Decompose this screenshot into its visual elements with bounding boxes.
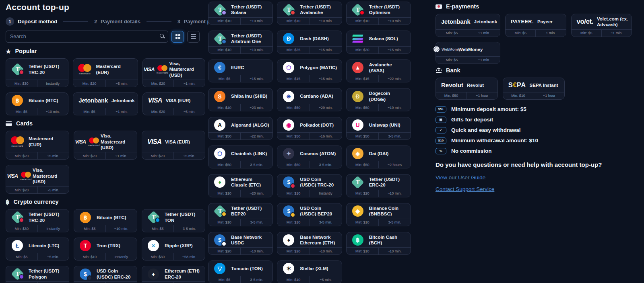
tile-name: EURC	[231, 65, 245, 70]
tile-name: Avalanche (AVAX)	[369, 62, 409, 74]
tile-tether-usdt-solana[interactable]: TTether (USDT) SolanaMin: $10~10 min.	[208, 2, 273, 25]
help-heading: Do you have questions or need help with …	[436, 160, 626, 169]
mastercard-eur-icon: mastercard	[6, 136, 29, 147]
tile-ethereum-classic-etc[interactable]: ♦Ethereum Classic (ETC)Min: $10~20 min.	[208, 174, 273, 197]
tile-tether-usdt-avalanche[interactable]: TTether (USDT) AvalancheMin: $10~10 min.	[277, 2, 342, 25]
list-view-button[interactable]	[187, 31, 200, 43]
tile-solana-sol[interactable]: Solana (SOL)Min: $20~15 min.	[346, 31, 411, 54]
section-title: Crypto currency	[14, 199, 59, 205]
tile-min-amount: Min: $50	[208, 133, 240, 139]
tile-name: Tether (USDT) Arbitrum One	[231, 33, 270, 45]
user-guide-link[interactable]: View our User Guide	[436, 174, 485, 180]
tether-usdt-optimism-icon: T	[347, 5, 369, 14]
tile-tether-usdt-trc-20[interactable]: TTether (USDT) TRC-20Min: $30Instantly	[6, 58, 68, 87]
tile-polygon-matic[interactable]: ⬡Polygon (MATIC)Min: $15~15 min.	[277, 59, 342, 83]
tile-processing-time: 3-5 min.	[173, 225, 205, 232]
tile-min-amount: Min: $5	[572, 30, 601, 37]
tile-name: Tether (USDT) Avalanche	[300, 4, 339, 16]
tile-stellar-xlm[interactable]: ✶Stellar (XLM)Min: $10~5 min.	[277, 260, 342, 283]
tile-cosmos-atom[interactable]: ✦Cosmos (ATOM)Min: $503-5 min.	[277, 146, 342, 168]
tile-cardano-ada[interactable]: ✳Cardano (ADA)Min: $50~29 min.	[277, 88, 342, 111]
epayments-grid: JetonbankJetonbankMin: $5~1 min.PAYEER.P…	[436, 14, 632, 64]
tile-base-network-ethereum-eth[interactable]: ♦Base Network Ethereum (ETH)Min: $20~10 …	[277, 232, 342, 255]
step-payment-details[interactable]: 2 Payment details	[94, 18, 140, 25]
tile-processing-time: ~5 min.	[37, 253, 69, 260]
tile-visa-mastercard-usd[interactable]: VISAmastercardVisa, Mastercard (USD)Min:…	[74, 131, 137, 160]
chainlink-link-icon: ⬡	[208, 148, 231, 159]
tile-visa-eur[interactable]: VISAVISA (EUR)Min: $20~5 min.	[142, 92, 205, 115]
tile-tron-trx[interactable]: TTron (TRX)Min: $10Instantly	[74, 238, 137, 260]
tile-litecoin-ltc[interactable]: ŁLitecoin (LTC)Min: $5~5 min.	[6, 238, 69, 260]
tile-min-amount: Min: $30	[6, 225, 37, 232]
tile-min-amount: Min: $20	[277, 248, 309, 254]
tile-uniswap-uni[interactable]: UUniswap (UNI)Min: $503-5 min.	[346, 117, 411, 140]
tile-processing-time: ~10 min.	[378, 248, 411, 254]
tile-dash-dash[interactable]: ÐDash (DASH)Min: $25~15 min.	[277, 31, 342, 54]
tile-usd-coin-usdc-bep20[interactable]: $USD Coin (USDC) BEP20Min: $103-5 min.	[277, 203, 342, 226]
gift-icon: ▣	[436, 117, 446, 123]
tile-tether-usdt-polygon[interactable]: TTether (USDT) PolygonMin: $10~10 min.	[6, 266, 69, 283]
tile-processing-time: ~1 min.	[468, 57, 500, 64]
benefit-item: ✓Quick and easy withdrawal	[436, 127, 632, 133]
tile-name: Bitcoin (BTC)	[29, 98, 59, 103]
tile-ripple-xrp[interactable]: ×Ripple (XRP)Min: $30~58 min.	[142, 238, 205, 260]
tile-shiba-inu-shib[interactable]: SShiba Inu (SHIB)Min: $40~23 min.	[208, 88, 273, 111]
tile-tether-usdt-ton[interactable]: TTether (USDT) TONMin: $53-5 min.	[142, 209, 205, 232]
tile-revolut[interactable]: RevolutRevolutMin: $50~1 hour	[436, 78, 498, 100]
tile-name: Ethereum (ETH) ERC-20	[165, 268, 203, 280]
tile-processing-time: ~10 min.	[310, 18, 342, 25]
tile-tether-usdt-arbitrum-one[interactable]: TTether (USDT) Arbitrum OneMin: $10~10 m…	[208, 31, 273, 54]
tile-polkadot-dot[interactable]: ◉Polkadot (DOT)Min: $50~16 min.	[277, 117, 342, 140]
tile-min-amount: Min: $40	[208, 104, 240, 111]
tile-visa-eur[interactable]: VISAVISA (EUR)Min: $20~5 min.	[142, 131, 205, 160]
tile-usd-coin-usdc-trc-20[interactable]: $USD Coin (USDC) TRC-20Min: $10Instantly	[277, 174, 342, 197]
tile-jetonbank[interactable]: JetonbankJetonbankMin: $5~1 min.	[436, 14, 500, 37]
tile-tether-usdt-bep20[interactable]: TTether (USDT) BEP20Min: $103-5 min.	[208, 203, 273, 226]
tile-mastercard-eur[interactable]: mastercardMastercard (EUR)Min: $20~5 min…	[6, 131, 69, 160]
tile-jetonbank[interactable]: JetonbankJetonbankMin: $5~1 min.	[73, 92, 138, 115]
tile-processing-time: ~5 min.	[173, 152, 205, 159]
tile-min-amount: Min: $20	[143, 108, 174, 115]
tile-bitcoin-btc[interactable]: ฿Bitcoin (BTC)Min: $5~10 min.	[6, 92, 68, 115]
tile-tether-usdt-trc-20[interactable]: TTether (USDT) TRC-20Min: $30Instantly	[6, 209, 69, 232]
tile-dogecoin-doge[interactable]: ÐDogecoin (DOGE)Min: $50~19 min.	[346, 88, 411, 111]
tile-mastercard-eur[interactable]: mastercardMastercard (EUR)Min: $20~5 min…	[73, 58, 138, 87]
tile-payeer[interactable]: PAYEER.PayeerMin: $51 min.	[505, 14, 566, 37]
tile-sepa-instant[interactable]: S€PASEPA InstantMin: $10~1 hour	[503, 78, 565, 100]
tile-bitcoin-btc[interactable]: ฿Bitcoin (BTC)Min: $5~10 min.	[74, 209, 137, 232]
bitcoin-btc-icon: ฿	[74, 212, 97, 223]
tile-tether-usdt-erc-20[interactable]: TTether (USDT) ERC-20Min: $20~10 min.	[346, 174, 411, 197]
tile-visa-mastercard-usd[interactable]: VISAmastercardVisa, Mastercard (USD)Min:…	[142, 58, 205, 87]
visa-mastercard-usd-icon: VISAmastercard	[74, 137, 101, 146]
tile-bitcoin-cash-bch[interactable]: ฿Bitcoin Cash (BCH)Min: $10~10 min.	[346, 232, 411, 255]
tile-eurc[interactable]: €EURCMin: $5~15 min.	[208, 59, 273, 83]
step-deposit-method[interactable]: 1 Deposit method	[6, 17, 57, 26]
support-link[interactable]: Contact Support Service	[436, 186, 494, 192]
search-field-wrap	[6, 31, 168, 43]
tile-toncoin-ton[interactable]: ▽Toncoin (TON)Min: $53-5 min.	[208, 260, 273, 283]
tile-name: Tether (USDT) Optimism	[369, 4, 409, 16]
tile-name: Jetonbank	[474, 19, 498, 25]
tile-algorand-algo[interactable]: AAlgorand (ALGO)Min: $50~22 min.	[208, 117, 273, 140]
tile-chainlink-link[interactable]: ⬡Chainlink (LINK)Min: $503-5 min.	[208, 146, 273, 168]
usd-coin-usdc-trc-20-icon: $	[277, 176, 300, 188]
tile-avalanche-avax[interactable]: ▲Avalanche (AVAX)Min: $15~22 min.	[346, 59, 411, 83]
benefit-item: $5+Minimum deposit amount: $5	[436, 106, 632, 113]
tile-visa-mastercard-usd[interactable]: VISAmastercardVisa, Mastercard (USD)Min:…	[6, 165, 69, 194]
tile-usd-coin-usdc-erc-20[interactable]: $USD Coin (USDC) ERC-20Min: $20~10 min.	[74, 266, 137, 283]
search-input[interactable]	[6, 31, 168, 43]
tile-name: Dash (DASH)	[300, 36, 330, 41]
tile-name: Dai (DAI)	[369, 151, 390, 156]
tile-volet-com-ex-advcash[interactable]: vo/et.Volet.com (ex. Advcash)Min: $5~1 m…	[571, 14, 632, 37]
tile-dai-dai[interactable]: ◈Dai (DAI)Min: $50~2 hours	[346, 146, 411, 168]
tile-webmoney[interactable]: WebMoneyWebMoneyMin: $5~1 min.	[436, 42, 500, 64]
grid-view-button[interactable]	[171, 31, 184, 43]
tile-tether-usdt-optimism[interactable]: TTether (USDT) OptimismMin: $10~10 min.	[346, 2, 411, 25]
tile-processing-time: Instantly	[37, 80, 68, 87]
min-withdrawal-icon: $10	[436, 137, 446, 144]
tile-binance-coin-bnbbsc[interactable]: ◆Binance Coin (BNBBSC)Min: $103-5 min.	[346, 203, 411, 226]
tile-base-network-usdc[interactable]: $Base Network USDCMin: $20~10 min.	[208, 232, 273, 255]
tile-ethereum-eth-erc-20[interactable]: ♦Ethereum (ETH) ERC-20Min: $20~10 min.	[142, 266, 205, 283]
tile-name: Polygon (MATIC)	[300, 65, 338, 70]
tile-name: USD Coin (USDC) ERC-20	[97, 268, 135, 280]
